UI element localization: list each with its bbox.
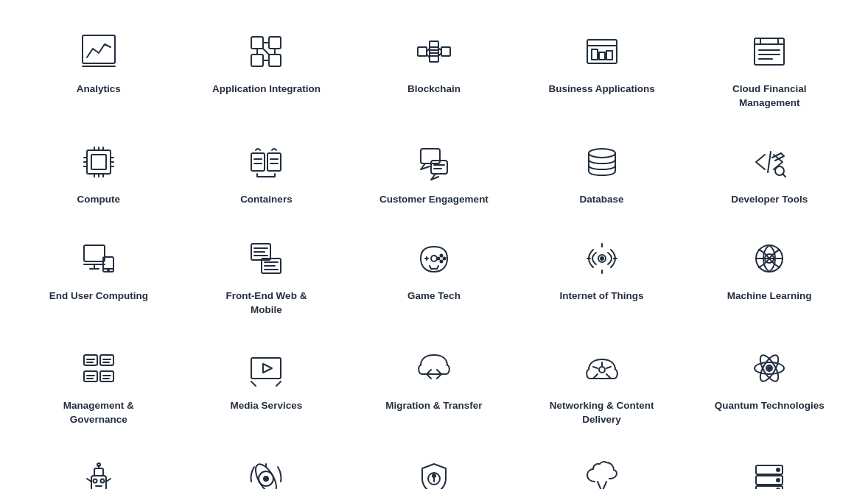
compute-icon xyxy=(77,140,121,184)
svg-point-66 xyxy=(108,270,109,271)
category-label-internet-of-things: Internet of Things xyxy=(560,289,644,303)
svg-rect-24 xyxy=(606,51,612,60)
migration-icon xyxy=(412,346,456,390)
category-label-customer-engagement: Customer Engagement xyxy=(379,193,489,207)
svg-rect-103 xyxy=(251,358,281,379)
category-label-containers: Containers xyxy=(240,193,293,207)
category-item-containers[interactable]: Containers xyxy=(183,125,351,214)
category-item-database[interactable]: Database xyxy=(518,125,686,214)
svg-point-56 xyxy=(589,149,615,158)
category-item-serverless[interactable]: Serverless xyxy=(518,442,686,489)
category-item-compute[interactable]: Compute xyxy=(15,125,183,214)
svg-rect-23 xyxy=(599,52,605,60)
category-item-quantum-technologies[interactable]: Quantum Technologies xyxy=(685,331,853,435)
category-item-analytics[interactable]: Analytics xyxy=(15,15,183,118)
svg-rect-14 xyxy=(430,53,438,62)
category-label-blockchain: Blockchain xyxy=(407,82,461,96)
category-item-media-services[interactable]: Media Services xyxy=(183,331,351,435)
svg-point-79 xyxy=(443,257,445,259)
svg-point-108 xyxy=(599,367,605,373)
quantum-icon xyxy=(747,346,791,390)
category-item-application-integration[interactable]: Application Integration xyxy=(183,15,351,118)
robotics-icon xyxy=(77,457,121,489)
category-label-machine-learning: Machine Learning xyxy=(727,289,812,303)
svg-marker-104 xyxy=(263,364,272,373)
svg-rect-4 xyxy=(251,54,263,66)
category-item-game-tech[interactable]: Game Tech xyxy=(350,222,518,325)
category-item-end-user-computing[interactable]: End User Computing xyxy=(15,222,183,325)
security-icon xyxy=(412,457,456,489)
category-item-management-governance[interactable]: Management & Governance xyxy=(15,331,183,435)
category-item-front-end-web-mobile[interactable]: Front-End Web & Mobile xyxy=(183,222,351,325)
svg-rect-19 xyxy=(430,47,438,56)
category-label-end-user-computing: End User Computing xyxy=(49,289,148,303)
analytics-icon xyxy=(77,29,121,74)
category-label-database: Database xyxy=(580,193,624,207)
category-label-cloud-financial-management: Cloud Financial Management xyxy=(714,82,825,110)
category-item-customer-engagement[interactable]: Customer Engagement xyxy=(350,125,518,214)
category-label-front-end-web-mobile: Front-End Web & Mobile xyxy=(211,289,321,317)
svg-rect-5 xyxy=(269,54,281,66)
containers-icon xyxy=(244,140,288,184)
category-label-quantum-technologies: Quantum Technologies xyxy=(715,399,825,413)
category-item-developer-tools[interactable]: Developer Tools xyxy=(685,125,853,214)
game-tech-icon xyxy=(412,236,456,281)
category-item-security-identity-compliance[interactable]: Security, Identity & Compliance xyxy=(350,442,518,489)
category-item-blockchain[interactable]: Blockchain xyxy=(350,15,518,118)
category-label-application-integration: Application Integration xyxy=(212,82,321,96)
business-apps-icon xyxy=(580,29,624,74)
customer-engagement-icon xyxy=(412,140,456,184)
serverless-icon xyxy=(580,457,624,489)
svg-rect-120 xyxy=(94,468,103,476)
svg-point-123 xyxy=(93,479,97,483)
database-icon xyxy=(580,140,624,184)
svg-rect-25 xyxy=(755,38,784,65)
svg-line-105 xyxy=(251,381,256,386)
category-item-machine-learning[interactable]: Machine Learning xyxy=(685,222,853,325)
developer-tools-icon xyxy=(747,140,791,184)
svg-rect-33 xyxy=(91,155,106,169)
svg-line-113 xyxy=(606,367,611,368)
category-item-storage[interactable]: Storage xyxy=(685,442,853,489)
svg-line-10 xyxy=(263,49,269,54)
front-end-web-icon xyxy=(244,236,288,281)
category-item-internet-of-things[interactable]: Internet of Things xyxy=(518,222,686,325)
svg-point-124 xyxy=(100,479,104,483)
svg-point-132 xyxy=(264,476,268,481)
blockchain-icon xyxy=(412,29,456,74)
iot-icon xyxy=(580,236,624,281)
category-item-robotics[interactable]: Robotics xyxy=(15,442,183,489)
svg-rect-60 xyxy=(84,245,105,261)
category-label-compute: Compute xyxy=(77,193,121,207)
svg-rect-3 xyxy=(269,37,281,49)
cloud-financial-icon xyxy=(747,29,791,74)
category-item-cloud-financial-management[interactable]: Cloud Financial Management xyxy=(685,15,853,118)
svg-rect-46 xyxy=(251,153,265,171)
category-item-migration-transfer[interactable]: Migration & Transfer xyxy=(350,331,518,435)
svg-rect-12 xyxy=(430,41,438,50)
svg-point-75 xyxy=(431,256,437,261)
svg-rect-47 xyxy=(267,153,281,171)
svg-point-83 xyxy=(601,257,603,260)
machine-learning-icon xyxy=(747,236,791,281)
svg-line-112 xyxy=(593,367,598,368)
app-integration-icon xyxy=(244,29,288,74)
svg-rect-32 xyxy=(87,150,111,174)
svg-point-80 xyxy=(440,260,442,262)
svg-point-136 xyxy=(433,474,435,477)
media-services-icon xyxy=(244,346,288,390)
category-item-satellite[interactable]: Satellite xyxy=(183,442,351,489)
svg-point-143 xyxy=(777,479,780,482)
category-label-developer-tools: Developer Tools xyxy=(731,193,808,207)
svg-rect-11 xyxy=(418,47,427,56)
networking-icon xyxy=(580,346,624,390)
svg-rect-13 xyxy=(441,47,450,56)
svg-line-106 xyxy=(276,381,281,386)
category-label-management-governance: Management & Governance xyxy=(43,399,154,427)
category-item-business-applications[interactable]: Business Applications xyxy=(518,15,686,118)
svg-line-57 xyxy=(768,152,771,172)
category-label-networking-content-delivery: Networking & Content Delivery xyxy=(547,399,657,427)
storage-icon xyxy=(747,457,791,489)
category-item-networking-content-delivery[interactable]: Networking & Content Delivery xyxy=(518,331,686,435)
category-label-media-services: Media Services xyxy=(231,399,303,413)
